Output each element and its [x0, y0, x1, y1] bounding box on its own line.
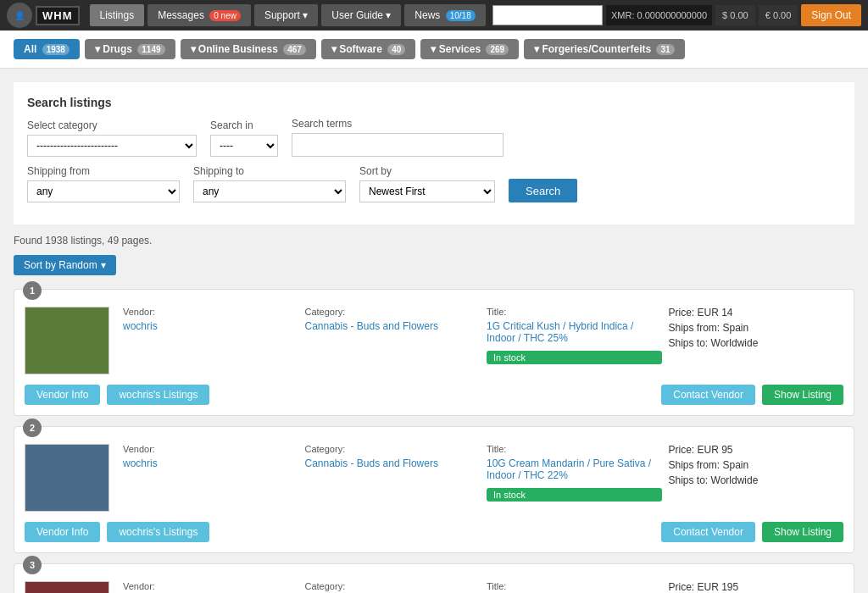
- contact-vendor-button[interactable]: Contact Vendor: [661, 385, 755, 405]
- price-col: Price: EUR 95 Ships from: Spain Ships to…: [669, 444, 844, 502]
- category-col: Category: Stimulants - Cocaine: [305, 581, 481, 593]
- title-label: Title:: [487, 307, 662, 317]
- support-nav-btn[interactable]: Support ▾: [254, 4, 318, 26]
- title-label: Title:: [487, 444, 662, 454]
- listing-details: Vendor: wochris Category: Cannabis - Bud…: [123, 307, 843, 364]
- status-badge: In stock: [487, 351, 662, 364]
- vendor-label: Vendor:: [123, 581, 298, 591]
- listings-container: 1 Vendor: wochris Category: Cannabis - B…: [14, 289, 854, 593]
- title-label: Title:: [487, 581, 662, 591]
- listing-body: Vendor: wochris Category: Cannabis - Bud…: [25, 307, 843, 374]
- category-link[interactable]: Cannabis - Buds and Flowers: [305, 457, 481, 469]
- shipping-from-select[interactable]: any: [27, 180, 180, 202]
- price-value: Price: EUR 95: [669, 444, 844, 456]
- shipping-to-field: Shipping to any: [193, 165, 346, 202]
- search-row-2: Shipping from any Shipping to any Sort b…: [27, 165, 841, 202]
- price-value: Price: EUR 14: [669, 307, 844, 319]
- listing-body: Vendor: greensupreme Category: Stimulant…: [25, 581, 843, 593]
- shipping-from-field: Shipping from any: [27, 165, 180, 202]
- listing-details: Vendor: greensupreme Category: Stimulant…: [123, 581, 843, 593]
- listing-card: 2 Vendor: wochris Category: Cannabis - B…: [14, 426, 854, 553]
- listing-details: Vendor: wochris Category: Cannabis - Bud…: [123, 444, 843, 502]
- search-terms-input[interactable]: [292, 133, 504, 157]
- listing-image: [25, 444, 109, 512]
- category-field: Select category ------------------------: [27, 119, 197, 157]
- vendor-col: Vendor: greensupreme: [123, 581, 298, 593]
- vendor-link[interactable]: wochris: [123, 457, 298, 469]
- listing-image: [25, 581, 109, 593]
- news-nav-btn[interactable]: News 10/18: [404, 4, 485, 26]
- search-button[interactable]: Search: [509, 179, 577, 202]
- listings-nav-btn[interactable]: Listings: [90, 4, 145, 26]
- eur-display: € 0.00: [759, 5, 798, 25]
- search-terms-label: Search terms: [292, 118, 504, 130]
- userguide-nav-btn[interactable]: User Guide ▾: [321, 4, 401, 26]
- search-in-label: Search in: [210, 119, 278, 131]
- category-tab-forgeries[interactable]: ▾ Forgeries/Counterfeits 31: [524, 39, 684, 59]
- logo-area: 👤 WHM: [7, 3, 80, 28]
- logo-box: WHM: [36, 6, 80, 25]
- nav-search-input[interactable]: [492, 5, 603, 25]
- vendor-label: Vendor:: [123, 444, 298, 454]
- contact-vendor-button[interactable]: Contact Vendor: [661, 522, 755, 542]
- shipping-to-select[interactable]: any: [193, 180, 346, 202]
- vendor-listings-button[interactable]: wochris's Listings: [107, 385, 209, 405]
- shipping-from-label: Shipping from: [27, 165, 180, 177]
- search-terms-field: Search terms: [292, 118, 504, 157]
- show-listing-button[interactable]: Show Listing: [762, 385, 843, 405]
- listing-number: 2: [23, 418, 42, 437]
- messages-badge: 0 new: [209, 10, 241, 21]
- avatar: 👤: [7, 3, 32, 28]
- listing-image: [25, 307, 109, 374]
- messages-nav-btn[interactable]: Messages 0 new: [147, 4, 251, 26]
- category-label: Select category: [27, 119, 197, 131]
- vendor-link[interactable]: wochris: [123, 320, 298, 332]
- vendor-info-button[interactable]: Vendor Info: [25, 385, 100, 405]
- search-row-1: Select category ------------------------…: [27, 118, 841, 157]
- sort-by-select[interactable]: Newest First: [359, 180, 495, 202]
- sort-random-button[interactable]: Sort by Random ▾: [14, 255, 116, 275]
- title-col: Title: 1G Critical Kush / Hybrid Indica …: [487, 307, 662, 364]
- category-label: Category:: [305, 444, 481, 454]
- category-tabs: All 1938▾ Drugs 1149▾ Online Business 46…: [0, 30, 868, 69]
- category-tab-all[interactable]: All 1938: [14, 39, 80, 59]
- title-link[interactable]: 10G Cream Mandarin / Pure Sativa / Indoo…: [487, 457, 662, 481]
- ships-to: Ships to: Worldwide: [669, 474, 844, 486]
- category-label: Category:: [305, 307, 481, 317]
- search-in-select[interactable]: ----: [210, 135, 278, 157]
- ships-from: Ships from: Spain: [669, 322, 844, 334]
- category-col: Category: Cannabis - Buds and Flowers: [305, 444, 481, 502]
- news-badge: 10/18: [446, 10, 476, 21]
- price-col: Price: EUR 14 Ships from: Spain Ships to…: [669, 307, 844, 364]
- category-tab-services[interactable]: ▾ Services 269: [420, 39, 519, 59]
- ships-from: Ships from: Spain: [669, 459, 844, 471]
- title-col: Title: Kokain / Cocaine 3g: [487, 581, 662, 593]
- status-badge: In stock: [487, 488, 662, 502]
- sort-by-field: Sort by Newest First: [359, 165, 495, 202]
- search-in-field: Search in ----: [210, 119, 278, 157]
- vendor-col: Vendor: wochris: [123, 444, 298, 502]
- vendor-info-button[interactable]: Vendor Info: [25, 522, 100, 542]
- category-select[interactable]: ------------------------: [27, 135, 197, 157]
- actions-right: Contact Vendor Show Listing: [661, 385, 843, 405]
- category-tab-software[interactable]: ▾ Software 40: [321, 39, 415, 59]
- signout-btn[interactable]: Sign Out: [801, 4, 861, 26]
- listing-card: 1 Vendor: wochris Category: Cannabis - B…: [14, 289, 854, 416]
- listing-number: 3: [23, 556, 42, 574]
- listing-card: 3 Vendor: greensupreme Category: Stimula…: [14, 563, 854, 593]
- sort-by-label: Sort by: [359, 165, 495, 177]
- price-value: Price: EUR 195: [669, 581, 844, 593]
- show-listing-button[interactable]: Show Listing: [762, 522, 843, 542]
- category-tab-online-business[interactable]: ▾ Online Business 467: [181, 39, 316, 59]
- category-link[interactable]: Cannabis - Buds and Flowers: [305, 320, 481, 332]
- title-link[interactable]: 1G Critical Kush / Hybrid Indica / Indoo…: [487, 320, 662, 344]
- shipping-to-label: Shipping to: [193, 165, 346, 177]
- search-title: Search listings: [27, 96, 841, 109]
- main-content: Search listings Select category --------…: [0, 69, 868, 593]
- chevron-down-icon: ▾: [101, 259, 106, 271]
- results-info: Found 1938 listings, 49 pages.: [14, 235, 854, 247]
- listing-body: Vendor: wochris Category: Cannabis - Bud…: [25, 444, 843, 512]
- vendor-listings-button[interactable]: wochris's Listings: [107, 522, 209, 542]
- category-tab-drugs[interactable]: ▾ Drugs 1149: [85, 39, 175, 59]
- vendor-col: Vendor: wochris: [123, 307, 298, 364]
